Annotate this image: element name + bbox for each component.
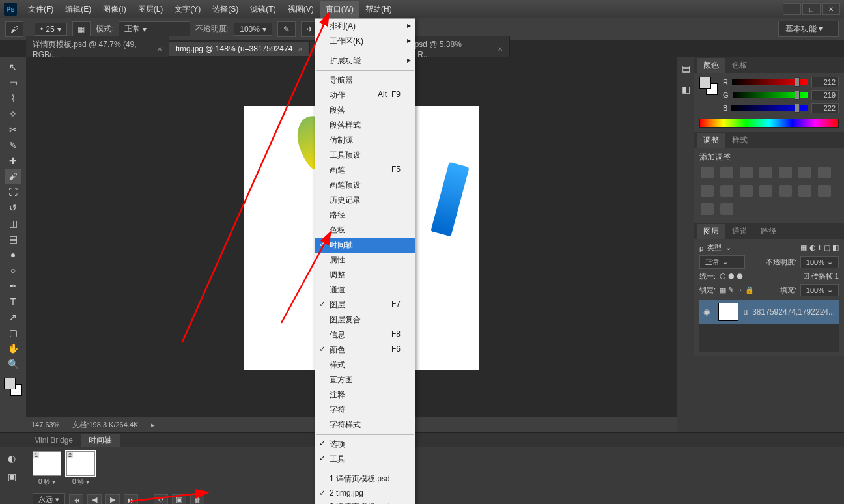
menu-item-历史记录[interactable]: 历史记录 [315,193,415,208]
menu-edit[interactable]: 编辑(E) [59,1,97,18]
menu-item-工作区(K)[interactable]: 工作区(K) [315,34,415,49]
menu-item-时间轴[interactable]: 时间轴 [315,238,415,253]
menu-item-属性[interactable]: 属性 [315,253,415,268]
pressure-opacity-icon[interactable]: ✎ [277,21,296,37]
shape-tool[interactable]: ▢ [5,326,21,340]
b-slider[interactable] [731,105,808,111]
close-icon[interactable]: ✕ [157,46,162,53]
maximize-button[interactable]: □ [802,3,821,15]
menu-item-图层[interactable]: 图层F7 [315,298,415,313]
menu-help[interactable]: 帮助(H) [359,1,398,18]
menu-filter[interactable]: 滤镜(T) [244,1,281,18]
menu-item-2 timg.jpg[interactable]: 2 timg.jpg [315,486,415,499]
tab-layers[interactable]: 图层 [697,224,725,239]
lookup-icon[interactable] [759,185,772,197]
tab-timeline[interactable]: 时间轴 [81,434,120,447]
menu-item-注释[interactable]: 注释 [315,387,415,402]
menu-layer[interactable]: 图层(L) [132,1,169,18]
menu-image[interactable]: 图像(I) [97,1,132,18]
close-icon[interactable]: ✕ [298,46,303,53]
history-brush-tool[interactable]: ↺ [5,201,21,215]
color-balance-icon[interactable] [818,167,831,178]
menu-item-扩展功能[interactable]: 扩展功能 [315,53,415,68]
quickmask-icon[interactable]: ◐ [4,451,20,466]
hue-strip[interactable] [699,119,839,128]
menu-item-画笔预设[interactable]: 画笔预设 [315,178,415,193]
curves-icon[interactable] [740,167,753,178]
zoom-tool[interactable]: 🔍 [5,357,21,371]
close-button[interactable]: ✕ [822,3,840,15]
menu-item-调整[interactable]: 调整 [315,268,415,283]
move-tool[interactable]: ↖ [5,60,21,74]
bw-icon[interactable] [701,185,714,197]
menu-item-直方图[interactable]: 直方图 [315,372,415,387]
menu-item-段落[interactable]: 段落 [315,103,415,118]
stamp-tool[interactable]: ⛶ [5,185,21,199]
menu-item-选项[interactable]: 选项 [315,437,415,452]
tab-color[interactable]: 颜色 [697,58,725,73]
type-tool[interactable]: T [5,294,21,309]
menu-item-1 详情页模板.psd[interactable]: 1 详情页模板.psd [315,471,415,486]
menu-item-通道[interactable]: 通道 [315,283,415,298]
tab-channels[interactable]: 通道 [725,224,754,239]
r-slider[interactable] [732,79,808,85]
menu-item-仿制源[interactable]: 仿制源 [315,133,415,148]
levels-icon[interactable] [720,167,733,178]
marquee-tool[interactable]: ▭ [5,76,21,90]
menu-item-路径[interactable]: 路径 [315,208,415,223]
zoom-level[interactable]: 147.63% [31,421,59,428]
gradient-tool[interactable]: ▤ [5,232,21,246]
posterize-icon[interactable] [798,185,811,197]
tab-styles[interactable]: 样式 [725,133,754,148]
properties-panel-icon[interactable]: ◧ [678,82,694,96]
menu-item-字符样式[interactable]: 字符样式 [315,417,415,432]
workspace-selector[interactable]: 基本功能 ▾ [778,21,839,37]
timeline-frame[interactable]: 2 0 秒 ▾ [66,451,95,486]
visibility-icon[interactable]: ◉ [703,307,713,316]
channel-mixer-icon[interactable] [740,185,753,197]
menu-item-字符[interactable]: 字符 [315,402,415,417]
eyedropper-tool[interactable]: ✎ [5,138,21,152]
brush-size-picker[interactable]: • 25 ▾ [35,23,67,36]
menu-item-动作[interactable]: 动作Alt+F9 [315,88,415,103]
layer-row[interactable]: ◉ u=3817592474,1792224... [699,300,839,324]
menu-item-颜色[interactable]: 颜色F6 [315,343,415,357]
wand-tool[interactable]: ✧ [5,107,21,121]
menu-item-信息[interactable]: 信息F8 [315,328,415,343]
menu-window[interactable]: 窗口(W) [320,1,359,18]
brush-tool[interactable]: 🖌 [5,169,21,184]
first-frame-button[interactable]: ⏮ [69,494,83,505]
pen-tool[interactable]: ✒ [5,279,21,293]
layer-fill[interactable]: 100% ⌄ [800,284,839,296]
heal-tool[interactable]: ✚ [5,154,21,168]
hue-sat-icon[interactable] [798,167,811,178]
brush-panel-toggle[interactable]: ▦ [72,21,91,37]
blur-tool[interactable]: ● [5,247,21,262]
menu-text[interactable]: 文字(Y) [169,1,206,18]
play-button[interactable]: ▶ [106,494,120,505]
panel-color-swatch[interactable] [699,77,718,95]
hand-tool[interactable]: ✋ [5,341,21,356]
crop-tool[interactable]: ✂ [5,122,21,137]
path-select-tool[interactable]: ↗ [5,310,21,324]
layer-blend-mode[interactable]: 正常 ⌄ [699,255,745,269]
tab-paths[interactable]: 路径 [754,224,783,239]
layer-opacity[interactable]: 100% ⌄ [800,256,839,268]
gradient-map-icon[interactable] [701,203,714,215]
minimize-button[interactable]: — [783,3,801,15]
opacity-input[interactable]: 100% ▾ [234,23,272,36]
lasso-tool[interactable]: ⌇ [5,91,21,105]
current-tool-icon[interactable]: 🖌 [5,21,23,37]
r-input[interactable]: 212 [811,77,839,87]
screenmode-icon[interactable]: ▣ [4,469,20,484]
g-input[interactable]: 219 [811,90,839,100]
menu-item-工具[interactable]: 工具 [315,452,415,467]
menu-select[interactable]: 选择(S) [206,1,244,18]
menu-view[interactable]: 视图(V) [282,1,320,18]
menu-file[interactable]: 文件(F) [22,1,59,18]
menu-item-样式[interactable]: 样式 [315,357,415,372]
menu-item-画笔[interactable]: 画笔F5 [315,163,415,178]
close-icon[interactable]: ✕ [498,46,503,53]
brightness-icon[interactable] [701,167,714,178]
tab-mini-bridge[interactable]: Mini Bridge [26,434,81,446]
